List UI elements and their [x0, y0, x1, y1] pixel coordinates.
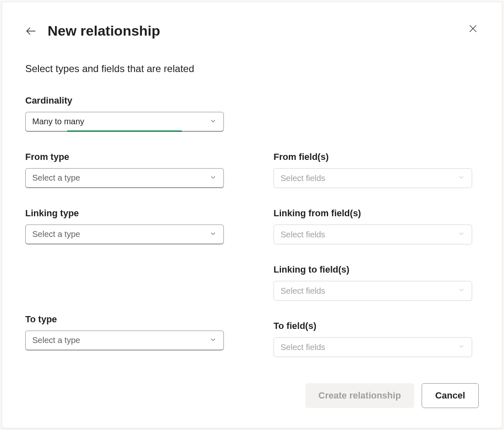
linking-to-fields-label: Linking to field(s) — [274, 264, 479, 275]
chevron-down-icon — [209, 117, 217, 126]
to-fields-placeholder: Select fields — [281, 343, 325, 352]
from-fields-field-group: From field(s) Select fields — [274, 152, 479, 188]
cardinality-dropdown[interactable]: Many to many — [25, 112, 224, 132]
layout-spacer — [25, 264, 230, 314]
chevron-down-icon — [209, 230, 217, 239]
footer-actions: Create relationship Cancel — [305, 383, 479, 408]
to-type-label: To type — [25, 314, 230, 325]
new-relationship-panel: New relationship Select types and fields… — [2, 2, 502, 428]
linking-from-fields-dropdown[interactable]: Select fields — [274, 225, 472, 244]
chevron-down-icon — [209, 174, 217, 183]
to-fields-field-group: To field(s) Select fields — [274, 321, 479, 357]
linking-to-fields-dropdown[interactable]: Select fields — [274, 281, 472, 301]
subtitle: Select types and fields that are related — [25, 63, 479, 75]
close-icon[interactable] — [467, 23, 479, 34]
from-type-dropdown[interactable]: Select a type — [25, 168, 224, 188]
from-type-placeholder: Select a type — [32, 173, 80, 183]
create-relationship-button[interactable]: Create relationship — [305, 383, 414, 408]
linking-to-fields-placeholder: Select fields — [281, 286, 325, 296]
from-type-label: From type — [25, 152, 230, 162]
chevron-down-icon — [458, 174, 465, 183]
chevron-down-icon — [458, 343, 465, 352]
from-fields-dropdown[interactable]: Select fields — [274, 168, 472, 188]
from-fields-label: From field(s) — [274, 152, 479, 162]
linking-from-fields-label: Linking from field(s) — [274, 208, 479, 219]
linking-from-fields-placeholder: Select fields — [281, 230, 325, 239]
linking-type-field-group: Linking type Select a type — [25, 208, 230, 244]
cardinality-field-group: Cardinality Many to many — [25, 95, 479, 132]
linking-type-label: Linking type — [25, 208, 230, 219]
from-type-field-group: From type Select a type — [25, 152, 230, 188]
chevron-down-icon — [209, 336, 217, 345]
chevron-down-icon — [458, 286, 465, 295]
from-fields-placeholder: Select fields — [281, 174, 325, 183]
page-title: New relationship — [48, 23, 160, 39]
to-fields-label: To field(s) — [274, 321, 479, 331]
to-type-dropdown[interactable]: Select a type — [25, 331, 224, 350]
chevron-down-icon — [458, 230, 465, 239]
to-type-field-group: To type Select a type — [25, 314, 230, 350]
back-arrow-icon[interactable] — [25, 25, 37, 37]
cancel-button[interactable]: Cancel — [422, 383, 479, 408]
to-fields-dropdown[interactable]: Select fields — [274, 337, 472, 357]
cardinality-label: Cardinality — [25, 95, 479, 106]
linking-type-dropdown[interactable]: Select a type — [25, 225, 224, 244]
to-type-placeholder: Select a type — [32, 336, 80, 345]
cardinality-value: Many to many — [32, 117, 84, 126]
header-row: New relationship — [25, 23, 479, 39]
linking-to-fields-field-group: Linking to field(s) Select fields — [274, 264, 479, 301]
linking-type-placeholder: Select a type — [32, 229, 80, 239]
linking-from-fields-field-group: Linking from field(s) Select fields — [274, 208, 479, 244]
